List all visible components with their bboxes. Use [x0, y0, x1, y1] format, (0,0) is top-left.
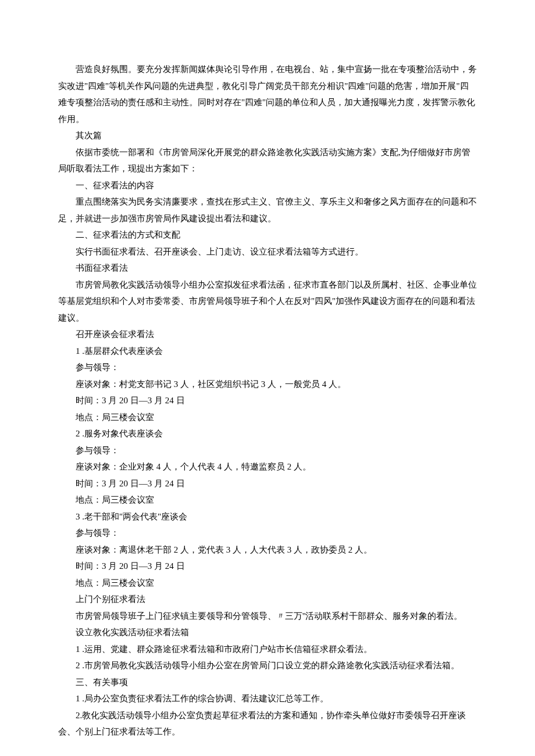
- paragraph: 召开座谈会征求看法: [58, 326, 477, 343]
- paragraph: 座谈对象：离退休老干部 2 人，党代表 3 人，人大代表 3 人，政协委员 2 …: [58, 542, 477, 558]
- paragraph: 地点：局三楼会议室: [58, 492, 477, 508]
- paragraph: 时间：3 月 20 日—3 月 24 日: [58, 392, 477, 409]
- list-item: 1 .局办公室负责征求看法工作的综合协调、看法建议汇总等工作。: [58, 690, 477, 707]
- section-heading: 二、征求看法的方式和支配: [58, 227, 477, 243]
- paragraph: 座谈对象：村党支部书记 3 人，社区党组织书记 3 人，一般党员 4 人。: [58, 376, 477, 393]
- paragraph: 参与领导：: [58, 525, 477, 542]
- paragraph: 参与领导：: [58, 359, 477, 376]
- paragraph: 实行书面征求看法、召开座谈会、上门走访、设立征求看法箱等方式进行。: [58, 243, 477, 260]
- list-item: 2.教化实践活动领导小组办公室负责起草征求看法的方案和通知，协作牵头单位做好市委…: [58, 707, 477, 740]
- section-heading: 一、征求看法的内容: [58, 177, 477, 194]
- list-item: 2 .市房管局教化实践活动领导小组办公室在房管局门口设立党的群众路途教化实践活动…: [58, 657, 477, 674]
- paragraph: 设立教化实践活动征求看法箱: [58, 624, 477, 641]
- paragraph: 其次篇: [58, 127, 477, 144]
- paragraph: 座谈对象：企业对象 4 人，个人代表 4 人，特邀监察员 2 人。: [58, 458, 477, 475]
- document-page: 营造良好氛围。要充分发挥新闻媒体舆论引导作用，在电视台、站，集中宣扬一批在专项整…: [0, 0, 535, 756]
- paragraph: 时间：3 月 20 日—3 月 24 日: [58, 475, 477, 492]
- paragraph: 依据市委统一部署和《市房管局深化开展党的群众路途教化实践活动实施方案》支配,为仔…: [58, 144, 477, 177]
- list-item: 3 .老干部和"两会代表"座谈会: [58, 508, 477, 525]
- paragraph: 时间：3 月 20 日—3 月 24 日: [58, 558, 477, 575]
- paragraph: 书面征求看法: [58, 260, 477, 277]
- paragraph: 上门个别征求看法: [58, 591, 477, 608]
- list-item: 2 .服务对象代表座谈会: [58, 425, 477, 442]
- paragraph: 重点围绕落实为民务实清廉要求，查找在形式主义、官僚主义、享乐主义和奢侈之风方面存…: [58, 194, 477, 227]
- list-item: 1 .运用、党建、群众路途征求看法箱和市政府门户站市长信箱征求群众看法。: [58, 641, 477, 658]
- paragraph: 参与领导：: [58, 442, 477, 459]
- paragraph: 市房管局领导班子上门征求镇主要领导和分管领导、〃三万''活动联系村干部群众、服务…: [58, 608, 477, 625]
- paragraph: 地点：局三楼会议室: [58, 575, 477, 592]
- paragraph: 营造良好氛围。要充分发挥新闻媒体舆论引导作用，在电视台、站，集中宣扬一批在专项整…: [58, 61, 477, 127]
- section-heading: 三、有关事项: [58, 674, 477, 691]
- list-item: 1 .基层群众代表座谈会: [58, 343, 477, 360]
- paragraph: 地点：局三楼会议室: [58, 409, 477, 426]
- paragraph: 市房管局教化实践活动领导小组办公室拟发征求看法函，征求市直各部门以及所属村、社区…: [58, 277, 477, 327]
